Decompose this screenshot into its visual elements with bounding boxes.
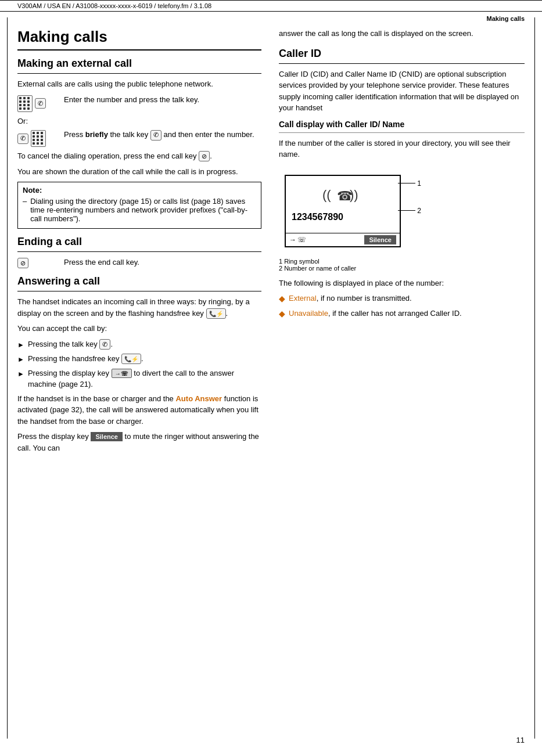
header-text: V300AM / USA EN / A31008-xxxxx-xxxx-x-60… xyxy=(17,2,211,9)
instruction-icons-2: ✆ xyxy=(17,130,64,147)
annot-num-1: 1 xyxy=(417,179,421,188)
legend-item-2: 2 Number or name of caller xyxy=(279,265,525,272)
bullet-item-2: ► Pressing the handsfree key 📞⚡. xyxy=(17,353,261,365)
note-title: Note: xyxy=(23,186,256,195)
section1-title: Making an external call xyxy=(17,57,261,70)
annot-line-2-wrapper: 2 xyxy=(398,207,421,215)
or-label: Or: xyxy=(17,116,261,127)
legend-item-1: 1 Ring symbol xyxy=(279,258,525,265)
voicemail-icon: ☏ xyxy=(297,236,306,244)
diamond-1: ◆ xyxy=(279,293,285,305)
right-col: answer the call as long the call is disp… xyxy=(279,22,525,458)
bullet-text-1: Pressing the talk key ✆. xyxy=(28,339,113,350)
caller-id-bullets: ◆ External, if no number is transmitted.… xyxy=(279,293,525,320)
annot-line-1-wrapper: 1 xyxy=(398,179,421,188)
answering-bullets: ► Pressing the talk key ✆. ► Pressing th… xyxy=(17,339,261,390)
main-title-divider xyxy=(17,49,261,51)
caller-id-title: Caller ID xyxy=(279,48,525,60)
external-label: External xyxy=(289,294,317,303)
header-bar: V300AM / USA EN / A31008-xxxxx-xxxx-x-60… xyxy=(0,0,542,12)
page-number: 11 xyxy=(516,736,525,744)
unavailable-text: , if the caller has not arranged Caller … xyxy=(328,309,462,318)
ring-symbol: (( ☎ )) xyxy=(292,182,394,209)
ending-instruction-text: Press the end call key. xyxy=(64,257,261,268)
svg-text:)): )) xyxy=(350,188,358,202)
section3-p3: If the handset is in the base or charger… xyxy=(17,393,261,427)
auto-answer-label: Auto Answer xyxy=(175,394,222,403)
note-item-1: – Dialing using the directory (page 15) … xyxy=(23,197,256,223)
page: V300AM / USA EN / A31008-xxxxx-xxxx-x-60… xyxy=(0,0,542,756)
keypad-icon xyxy=(17,95,33,112)
diamond-2: ◆ xyxy=(279,308,285,320)
instruction-row-2: ✆ Press briefly the talk key ✆ and then … xyxy=(17,129,261,147)
phone-display-box: (( ☎ )) 1234567890 → xyxy=(285,175,401,247)
handsfree-key-icon: 📞⚡ xyxy=(206,308,226,319)
section3-p4: Press the display key Silence to mute th… xyxy=(17,431,261,453)
talk-key-icon-2: ✆ xyxy=(17,134,28,144)
bullet-item-3: ► Pressing the display key →☏ to divert … xyxy=(17,368,261,390)
side-bar-right xyxy=(534,17,535,739)
caller-id-p1: Caller ID (CID) and Caller Name ID (CNID… xyxy=(279,69,525,114)
unavailable-label: Unavailable xyxy=(289,309,328,318)
side-bar-left xyxy=(7,17,8,739)
talk-key-icon: ✆ xyxy=(35,98,46,109)
instruction-text-1: Enter the number and press the talk key. xyxy=(64,94,261,106)
legend-text-2: 2 Number or name of caller xyxy=(279,265,356,272)
ending-instruction-row: ⊘ Press the end call key. xyxy=(17,257,261,268)
section1-p1: External calls are calls using the publi… xyxy=(17,78,261,90)
talk-key-inline: ✆ xyxy=(150,130,161,141)
svg-text:((: (( xyxy=(322,188,331,202)
note-dash: – xyxy=(23,197,27,223)
end-key-icon: ⊘ xyxy=(199,151,210,161)
talk-key-inline-2: ✆ xyxy=(99,339,110,350)
external-text: , if no number is transmitted. xyxy=(317,294,412,303)
caller-id-bullet-text-1: External, if no number is transmitted. xyxy=(289,293,412,304)
section2-divider xyxy=(17,251,261,252)
page-title-top: Making calls xyxy=(0,12,542,22)
phone-number-display: 1234567890 xyxy=(292,212,394,222)
keypad-icon-2 xyxy=(31,130,46,147)
bullet-arrow-2: ► xyxy=(17,354,24,365)
section3-title: Answering a call xyxy=(17,275,261,287)
phone-display-bottom: → ☏ Silence xyxy=(286,233,400,246)
silence-display-btn: Silence xyxy=(364,235,396,244)
bullet-arrow-1: ► xyxy=(17,340,24,350)
handsfree-key-inline: 📞⚡ xyxy=(121,354,141,364)
right-continued: answer the call as long the call is disp… xyxy=(279,28,525,39)
caller-id-bullet-text-2: Unavailable, if the caller has not arran… xyxy=(289,308,462,319)
instruction-row-1: ✆ Enter the number and press the talk ke… xyxy=(17,94,261,112)
call-display-title: Call display with Caller ID/ Name xyxy=(279,120,525,129)
end-key-icon-2: ⊘ xyxy=(17,258,28,268)
left-col: Making calls Making an external call Ext… xyxy=(17,22,261,458)
call-display-p2: The following is displayed in place of t… xyxy=(279,278,525,289)
call-display-divider xyxy=(279,132,525,133)
display-icon-left: → ☏ xyxy=(289,236,306,244)
section1-divider xyxy=(17,73,261,74)
note-text-1: Dialing using the directory (page 15) or… xyxy=(30,197,256,223)
note-box: Note: – Dialing using the directory (pag… xyxy=(17,182,261,229)
annot-num-2: 2 xyxy=(417,207,421,215)
bullet-text-3: Pressing the display key →☏ to divert th… xyxy=(28,368,261,390)
main-content: Making calls Making an external call Ext… xyxy=(0,22,542,458)
bullet-arrow-3: ► xyxy=(17,369,24,379)
instruction-text-2: Press briefly the talk key ✆ and then en… xyxy=(64,129,261,141)
section3-p2: You can accept the call by: xyxy=(17,323,261,334)
bullet-text-2: Pressing the handsfree key 📞⚡. xyxy=(28,353,143,365)
annot-line-1 xyxy=(398,183,415,183)
caller-id-bullet-2: ◆ Unavailable, if the caller has not arr… xyxy=(279,308,525,320)
section3-divider xyxy=(17,291,261,291)
ending-instruction-icons: ⊘ xyxy=(17,258,64,268)
annot-line-2 xyxy=(398,210,415,211)
section3-p1: The handset indicates an incoming call i… xyxy=(17,296,261,319)
call-display-p1: If the number of the caller is stored in… xyxy=(279,138,525,160)
phone-display-inner: (( ☎ )) 1234567890 xyxy=(286,176,400,233)
ring-symbol-svg: (( ☎ )) xyxy=(320,182,366,205)
section2-title: Ending a call xyxy=(17,236,261,248)
instruction-icons-1: ✆ xyxy=(17,95,64,112)
silence-btn: Silence xyxy=(91,432,123,441)
section1-p2: To cancel the dialing operation, press t… xyxy=(17,150,261,162)
briefly-bold: briefly xyxy=(85,130,108,139)
legend-text-1: 1 Ring symbol xyxy=(279,258,320,265)
caller-id-bullet-1: ◆ External, if no number is transmitted. xyxy=(279,293,525,305)
bullet-item-1: ► Pressing the talk key ✆. xyxy=(17,339,261,350)
